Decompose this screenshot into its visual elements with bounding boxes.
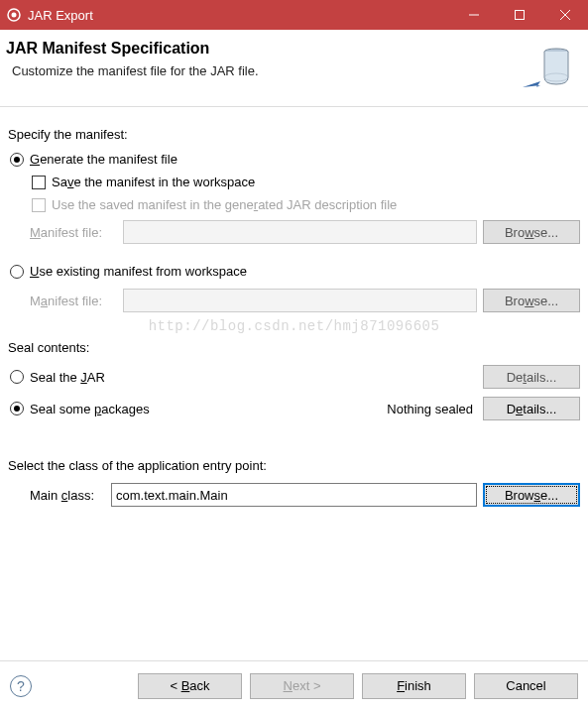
eclipse-icon [6, 7, 22, 23]
manifest-file-row-1: Manifest file: Browse... [30, 220, 580, 244]
browse-button-2: Browse... [483, 289, 580, 312]
manifest-file-input-2 [123, 289, 477, 312]
cancel-button[interactable]: Cancel [474, 673, 578, 699]
jar-icon [517, 40, 576, 94]
manifest-section-label: Specify the manifest: [8, 127, 580, 142]
minimize-button[interactable] [451, 0, 497, 30]
seal-some-details-button[interactable]: Details... [483, 397, 580, 420]
main-class-row: Main class: Browse... [30, 483, 580, 507]
radio-icon [10, 370, 24, 384]
save-manifest-label: Save the manifest in the workspace [52, 175, 255, 189]
titlebar: JAR Export [0, 0, 588, 30]
seal-jar-details-button: Details... [483, 365, 580, 389]
dialog-header: JAR Manifest Specification Customize the… [0, 30, 588, 107]
dialog-footer: ? < Back Next > Finish Cancel [0, 660, 588, 710]
seal-status-text: Nothing sealed [387, 402, 473, 416]
browse-button-1: Browse... [483, 220, 580, 244]
radio-icon [10, 402, 24, 415]
seal-some-label: Seal some packages [30, 402, 387, 416]
page-subtitle: Customize the manifest file for the JAR … [12, 63, 517, 78]
help-icon[interactable]: ? [10, 675, 32, 697]
back-button[interactable]: < Back [138, 673, 242, 699]
page-title: JAR Manifest Specification [6, 40, 517, 58]
generate-manifest-radio-row[interactable]: Generate the manifest file [8, 152, 580, 167]
use-existing-label: Use existing manifest from workspace [30, 264, 247, 279]
checkbox-icon [32, 198, 46, 212]
window-title: JAR Export [28, 8, 451, 23]
radio-icon [10, 153, 24, 167]
main-class-input[interactable] [111, 483, 477, 507]
main-class-browse-button[interactable]: Browse... [483, 483, 580, 507]
finish-button[interactable]: Finish [362, 673, 466, 699]
manifest-file-input-1 [123, 220, 477, 244]
checkbox-icon [32, 176, 46, 189]
seal-jar-radio-row[interactable]: Seal the JAR Details... [8, 365, 580, 389]
seal-section-label: Seal contents: [8, 340, 580, 355]
entry-section-label: Select the class of the application entr… [8, 458, 580, 473]
svg-point-1 [12, 13, 17, 18]
watermark-text: http://blog.csdn.net/hmj871096605 [8, 318, 580, 334]
save-manifest-checkbox-row[interactable]: Save the manifest in the workspace [30, 175, 580, 189]
use-saved-label: Use the saved manifest in the generated … [52, 197, 397, 212]
close-button[interactable] [542, 0, 588, 30]
seal-some-radio-row[interactable]: Seal some packages Nothing sealed Detail… [8, 397, 580, 420]
maximize-button[interactable] [497, 0, 542, 30]
next-button: Next > [250, 673, 354, 699]
radio-icon [10, 265, 24, 279]
dialog-content: Specify the manifest: Generate the manif… [0, 107, 588, 507]
use-existing-radio-row[interactable]: Use existing manifest from workspace [8, 264, 580, 279]
seal-jar-label: Seal the JAR [30, 370, 483, 385]
manifest-file-label-1: Manifest file: [30, 225, 117, 240]
main-class-label: Main class: [30, 488, 105, 503]
generate-manifest-label: Generate the manifest file [30, 152, 177, 167]
manifest-file-label-2: Manifest file: [30, 294, 117, 308]
manifest-file-row-2: Manifest file: Browse... [30, 289, 580, 312]
use-saved-checkbox-row: Use the saved manifest in the generated … [30, 197, 580, 212]
svg-rect-3 [516, 11, 525, 20]
